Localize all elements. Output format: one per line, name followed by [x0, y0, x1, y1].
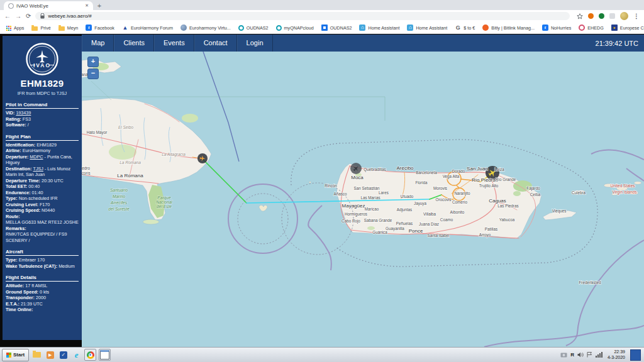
forward-icon[interactable]: → — [15, 13, 21, 19]
ehedg-icon — [579, 25, 585, 31]
map-label: Ceiba — [530, 192, 541, 197]
bookmark-label: Home Assistant — [368, 25, 399, 31]
taskbar-ie-button[interactable] — [71, 349, 82, 360]
bookmark-item[interactable]: OUDNAS2 — [238, 25, 269, 31]
triangle-icon — [122, 25, 128, 31]
map-label: La Romana — [119, 160, 141, 165]
bookmark-star-icon[interactable] — [577, 13, 583, 19]
map-label: Maricao — [365, 207, 379, 211]
taskbar-check-app-button[interactable] — [58, 349, 69, 360]
bookmark-item[interactable]: Bitly | Bitlink Manag... — [482, 25, 535, 31]
network-flag-icon[interactable] — [587, 352, 592, 358]
browser-tab[interactable]: IVAO WebEye ✕ — [4, 1, 93, 10]
folder-icon — [58, 26, 65, 31]
tab-favicon-icon — [8, 3, 14, 9]
map-label: Morovis — [433, 186, 447, 190]
bookmark-item[interactable]: NoHurries — [542, 25, 571, 31]
back-icon[interactable]: ← — [4, 13, 11, 19]
language-indicator[interactable] — [630, 349, 641, 361]
bookmark-item[interactable]: $ to € — [455, 25, 475, 31]
map-label: La Altagracia — [162, 152, 186, 157]
map-label: Rincón — [325, 184, 337, 188]
nav-items: MapClientsEventsContactLogin — [82, 35, 273, 52]
home-icon — [359, 25, 365, 31]
map-label: Santuario — [110, 188, 128, 192]
bookmark-item[interactable]: Apps — [5, 25, 24, 31]
map-canvas[interactable]: + − — [82, 52, 644, 347]
zoom-in-button[interactable]: + — [87, 57, 99, 67]
browser-menu-icon[interactable]: ⋮ — [633, 13, 640, 19]
bookmark-label: $ to € — [464, 25, 475, 31]
extension-icon[interactable] — [588, 13, 594, 19]
bookmark-item[interactable]: EHEDG — [579, 25, 604, 31]
start-button[interactable]: Start — [2, 349, 29, 361]
signal-icon[interactable] — [596, 352, 602, 358]
clock-date: 4-3-2020 — [608, 355, 625, 360]
nav-item-contact[interactable]: Contact — [194, 35, 237, 52]
qnap-icon — [238, 25, 244, 31]
map-label: Aibonito — [450, 210, 465, 214]
map-label: Arroyo — [479, 233, 491, 238]
new-tab-button[interactable]: + — [93, 1, 106, 10]
map-label: Patillas — [485, 227, 497, 231]
taskbar-chrome-button[interactable] — [84, 349, 96, 361]
detail-link[interactable]: 193439 — [16, 110, 31, 116]
zoom-out-button[interactable]: − — [87, 69, 99, 79]
bookmark-label: Privé — [40, 25, 50, 31]
detail-link[interactable]: MDPC — [30, 154, 43, 160]
detail-link[interactable]: TJSJ — [33, 166, 43, 172]
nav-item-map[interactable]: Map — [82, 35, 114, 52]
detail-row: Total EET: 00:40 — [6, 184, 79, 190]
bookmark-item[interactable]: EuroHarmony Forum — [122, 25, 173, 31]
start-label: Start — [13, 352, 25, 358]
nav-item-login[interactable]: Login — [237, 35, 273, 52]
browser-tab-strip: IVAO WebEye ✕ + — [0, 0, 644, 10]
tab-close-icon[interactable]: ✕ — [85, 3, 89, 8]
profile-avatar[interactable] — [620, 12, 628, 20]
bookmark-label: Bitly | Bitlink Manag... — [491, 25, 535, 31]
bookmark-item[interactable]: OUDNAS2 — [321, 25, 352, 31]
detail-row: E.T.A.: 21:39 UTC — [6, 301, 79, 307]
map-label: Villalba — [423, 212, 436, 216]
bookmark-item[interactable]: Home Assistant — [407, 25, 447, 31]
internet-explorer-icon — [75, 350, 79, 360]
taskbar-media-button[interactable] — [45, 349, 55, 360]
map-label: Trujillo Alto — [479, 184, 499, 189]
volume-icon[interactable] — [577, 352, 584, 358]
nav-item-events[interactable]: Events — [154, 35, 194, 52]
map-label: Juana Díaz — [419, 222, 439, 226]
flight-subtitle: IFR from MDPC to TJSJ — [3, 90, 82, 96]
map-label: Quebradillas — [364, 167, 386, 172]
map-label: Arecibo — [396, 165, 414, 171]
bookmark-item[interactable]: Euroharmony Virtu... — [180, 25, 231, 31]
bookmark-item[interactable]: myQNAPcloud — [276, 25, 314, 31]
section-title: Flight Details — [6, 275, 79, 282]
reload-icon[interactable]: ⟳ — [26, 13, 31, 19]
flight-detail-sections: Pilot in CommandVID: 193439 Rating: FS3S… — [3, 102, 82, 313]
logo-text: IVAO — [33, 62, 51, 69]
tray-r-icon[interactable]: R — [570, 352, 574, 358]
taskbar-folder-button[interactable] — [31, 349, 42, 360]
detail-row: Altitude: 17 ft AMSL — [6, 283, 79, 289]
bookmark-item[interactable]: Meyn — [58, 25, 79, 31]
map-label: La Romana — [117, 173, 143, 178]
bookmark-label: Euroharmony Virtu... — [189, 25, 231, 31]
taskbar-clock[interactable]: 22:39 4-3-2020 — [606, 349, 627, 359]
bookmark-item[interactable]: Facebook — [86, 25, 114, 31]
home-icon — [407, 25, 413, 31]
bookmark-item[interactable]: Privé — [31, 25, 50, 31]
map-label: Hato Mayor — [87, 130, 108, 135]
extension-icon[interactable] — [599, 13, 604, 19]
taskbar-window-button[interactable] — [99, 349, 111, 361]
extension-icon[interactable] — [609, 13, 615, 19]
tray-app-icon[interactable] — [560, 352, 567, 358]
nav-item-clients[interactable]: Clients — [114, 35, 154, 52]
bookmark-item[interactable]: Home Assistant — [359, 25, 399, 31]
check-icon — [60, 351, 67, 359]
detail-row: Identification: EHM1829 — [6, 142, 79, 148]
eu-icon — [611, 25, 618, 31]
address-bar[interactable]: webeye.ivao.aero/# — [35, 12, 570, 20]
bookmark-item[interactable]: Europese Commissie — [611, 25, 644, 31]
map-label: Río Piedras — [472, 177, 498, 183]
windows-logo-icon — [6, 353, 11, 358]
